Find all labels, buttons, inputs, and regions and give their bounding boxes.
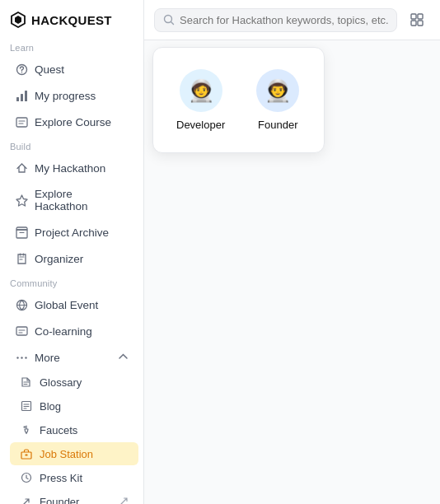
svg-rect-21 xyxy=(411,21,416,26)
founder-nav-icon xyxy=(20,495,33,504)
sidebar-item-job-station[interactable]: Job Station xyxy=(10,442,138,465)
sidebar-item-glossary[interactable]: Glossary xyxy=(10,371,138,394)
svg-rect-6 xyxy=(25,91,27,101)
svg-rect-16 xyxy=(26,455,28,456)
external-link-icon xyxy=(119,496,129,505)
explore-course-icon xyxy=(15,115,28,128)
sidebar-item-job-station-label: Job Station xyxy=(40,448,93,460)
sidebar-item-project-archive[interactable]: Project Archive xyxy=(5,220,138,245)
sidebar: HACKQUEST Learn Quest My progress xyxy=(0,0,144,504)
sidebar-item-faucets[interactable]: Faucets xyxy=(10,418,138,441)
sidebar-item-global-event-label: Global Event xyxy=(35,299,98,311)
search-input[interactable] xyxy=(180,14,388,26)
founder-avatar: 👨‍🚀 xyxy=(256,69,299,112)
svg-rect-7 xyxy=(16,118,27,127)
svg-rect-8 xyxy=(16,230,27,238)
project-archive-icon xyxy=(15,226,28,239)
section-build: Build xyxy=(0,135,143,155)
quest-icon xyxy=(15,63,28,76)
section-community: Community xyxy=(0,272,143,292)
more-header[interactable]: More xyxy=(5,345,138,370)
sidebar-item-explore-course[interactable]: Explore Course xyxy=(5,110,138,134)
sidebar-item-blog-label: Blog xyxy=(40,400,61,413)
sidebar-item-faucets-label: Faucets xyxy=(40,424,77,436)
developer-avatar: 🧑‍🚀 xyxy=(180,69,222,112)
sidebar-item-explore-hackathon-label: Explore Hackathon xyxy=(35,188,129,212)
logo-icon xyxy=(10,12,26,28)
sidebar-item-my-hackathon[interactable]: My Hackathon xyxy=(5,156,138,180)
glossary-icon xyxy=(20,376,33,389)
svg-point-11 xyxy=(16,357,18,358)
sidebar-item-project-archive-label: Project Archive xyxy=(35,226,109,239)
svg-marker-1 xyxy=(15,16,21,24)
more-left: More xyxy=(15,351,60,364)
search-icon xyxy=(163,14,175,26)
sidebar-item-co-learning[interactable]: Co-learning xyxy=(5,319,138,343)
sidebar-item-explore-course-label: Explore Course xyxy=(35,116,111,128)
sidebar-item-press-kit[interactable]: Press Kit xyxy=(10,466,138,489)
logo-text: HACKQUEST xyxy=(31,13,112,27)
svg-point-13 xyxy=(25,357,26,358)
sidebar-item-explore-hackathon[interactable]: Explore Hackathon xyxy=(5,182,138,218)
sidebar-item-press-kit-label: Press Kit xyxy=(40,472,82,484)
svg-point-3 xyxy=(21,72,21,72)
sidebar-item-global-event[interactable]: Global Event xyxy=(5,292,138,317)
svg-rect-5 xyxy=(21,94,23,101)
press-kit-icon xyxy=(20,471,33,484)
sidebar-item-my-hackathon-label: My Hackathon xyxy=(35,162,105,175)
sidebar-item-founder-label: Founder xyxy=(40,496,79,505)
sidebar-item-my-progress[interactable]: My progress xyxy=(5,83,138,108)
role-card-developer[interactable]: 🧑‍🚀 Developer xyxy=(166,61,235,139)
more-icon xyxy=(15,351,28,364)
more-section: More Glossary xyxy=(5,345,138,504)
sidebar-item-quest[interactable]: Quest xyxy=(5,57,138,82)
topbar xyxy=(144,0,440,40)
svg-rect-10 xyxy=(16,327,27,335)
co-learning-icon xyxy=(15,324,28,338)
logo[interactable]: HACKQUEST xyxy=(0,0,143,36)
search-bar[interactable] xyxy=(154,8,397,32)
more-label: More xyxy=(35,352,60,364)
sidebar-item-glossary-label: Glossary xyxy=(40,376,82,389)
svg-point-12 xyxy=(21,357,22,358)
main-content: 🧑‍🚀 Developer 👨‍🚀 Founder xyxy=(144,0,440,504)
faucets-icon xyxy=(20,423,33,436)
job-station-icon xyxy=(20,447,33,460)
my-hackathon-icon xyxy=(15,161,28,175)
sidebar-item-founder[interactable]: Founder xyxy=(10,490,138,504)
section-learn: Learn xyxy=(0,36,143,56)
svg-rect-19 xyxy=(411,14,416,19)
sidebar-item-co-learning-label: Co-learning xyxy=(35,325,92,338)
sidebar-item-quest-label: Quest xyxy=(35,63,64,76)
svg-rect-4 xyxy=(16,97,19,101)
grid-view-button[interactable] xyxy=(404,7,430,33)
sidebar-item-organizer-label: Organizer xyxy=(35,253,83,265)
progress-icon xyxy=(15,89,28,102)
more-items: Glossary Blog xyxy=(5,371,138,504)
chevron-up-icon xyxy=(118,351,129,364)
svg-rect-20 xyxy=(418,14,423,19)
blog-icon xyxy=(20,399,33,413)
role-dropdown-panel: 🧑‍🚀 Developer 👨‍🚀 Founder xyxy=(152,47,325,153)
organizer-icon xyxy=(15,252,28,265)
explore-hackathon-icon xyxy=(15,194,28,207)
sidebar-item-organizer[interactable]: Organizer xyxy=(5,246,138,271)
global-event-icon xyxy=(15,298,28,311)
sidebar-item-my-progress-label: My progress xyxy=(35,90,96,102)
developer-label: Developer xyxy=(176,119,225,131)
svg-rect-22 xyxy=(418,21,423,26)
role-card-founder[interactable]: 👨‍🚀 Founder xyxy=(245,61,311,139)
founder-label: Founder xyxy=(258,119,297,131)
sidebar-item-blog[interactable]: Blog xyxy=(10,394,138,418)
